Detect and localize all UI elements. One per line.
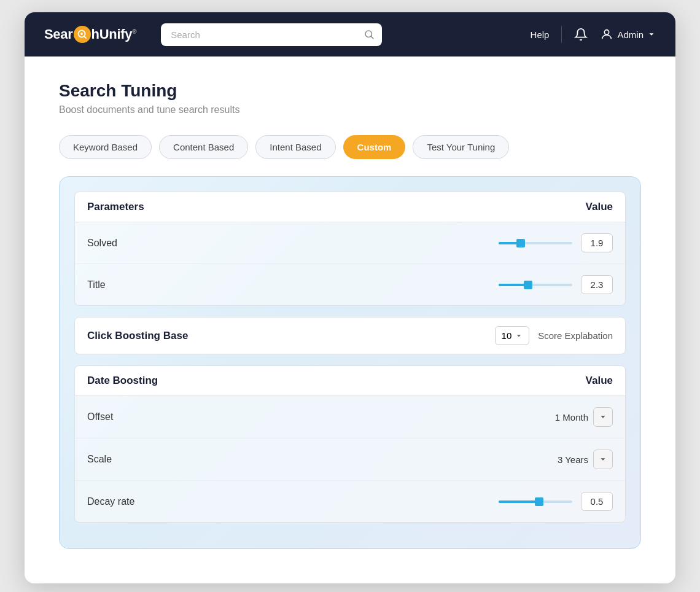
scale-chevron-icon bbox=[599, 455, 607, 464]
score-explanation-link[interactable]: Score Explabation bbox=[538, 330, 613, 341]
page-title: Search Tuning bbox=[59, 81, 641, 101]
svg-line-1 bbox=[84, 36, 86, 38]
date-boosting-header: Date Boosting Value bbox=[74, 365, 626, 396]
svg-line-4 bbox=[371, 36, 374, 39]
logo-icon bbox=[74, 26, 91, 43]
select-chevron-icon bbox=[515, 332, 523, 340]
svg-point-2 bbox=[80, 33, 83, 35]
offset-row: Offset 1 Month bbox=[75, 396, 625, 438]
solved-slider[interactable] bbox=[499, 237, 572, 249]
header-divider bbox=[561, 26, 562, 43]
offset-value: 1 Month bbox=[555, 412, 588, 423]
search-bar[interactable] bbox=[161, 23, 382, 46]
tabs-container: Keyword Based Content Based Intent Based… bbox=[59, 135, 641, 159]
main-content: Search Tuning Boost documents and tune s… bbox=[25, 56, 675, 583]
scale-control: 3 Years bbox=[558, 450, 613, 469]
offset-chevron-icon bbox=[599, 413, 607, 421]
decay-track bbox=[499, 500, 572, 503]
header-right: Help Admin bbox=[531, 26, 656, 43]
app-window: Sear hUnify® Help bbox=[25, 12, 675, 583]
logo-text-start: Sear bbox=[44, 26, 73, 42]
title-slider[interactable] bbox=[499, 279, 572, 291]
tab-test[interactable]: Test Your Tuning bbox=[413, 135, 509, 159]
title-track bbox=[499, 284, 572, 286]
click-boosting-label: Click Boosting Base bbox=[87, 330, 188, 342]
svg-point-5 bbox=[605, 30, 609, 34]
page-subtitle: Boost documents and tune search results bbox=[59, 104, 641, 115]
title-thumb[interactable] bbox=[524, 281, 532, 289]
click-boosting-section: Click Boosting Base 10 Score Explabation bbox=[74, 317, 626, 354]
date-boosting-title: Date Boosting bbox=[87, 375, 158, 387]
svg-point-3 bbox=[365, 31, 372, 37]
decay-thumb[interactable] bbox=[535, 497, 543, 506]
chevron-down-icon bbox=[647, 30, 656, 39]
decay-label: Decay rate bbox=[87, 496, 134, 507]
decay-value[interactable]: 0.5 bbox=[581, 492, 613, 511]
date-boosting-value-header: Value bbox=[586, 375, 613, 387]
solved-value[interactable]: 1.9 bbox=[581, 233, 613, 252]
search-button[interactable] bbox=[364, 29, 375, 40]
decay-control: 0.5 bbox=[499, 492, 613, 511]
parameters-section: Parameters Value Solved bbox=[74, 192, 626, 306]
click-boosting-select[interactable]: 10 bbox=[495, 326, 530, 345]
title-value[interactable]: 2.3 bbox=[581, 275, 613, 294]
decay-slider[interactable] bbox=[499, 496, 572, 508]
title-label: Title bbox=[87, 279, 106, 290]
offset-dropdown[interactable] bbox=[593, 407, 613, 427]
solved-row: Solved 1.9 bbox=[75, 222, 625, 264]
tab-custom[interactable]: Custom bbox=[343, 135, 406, 159]
decay-row: Decay rate 0.5 bbox=[75, 481, 625, 522]
date-boosting-section: Date Boosting Value Offset 1 Month bbox=[74, 365, 626, 523]
logo: Sear hUnify® bbox=[44, 26, 136, 43]
admin-label: Admin bbox=[617, 29, 644, 40]
decay-fill bbox=[499, 500, 539, 503]
parameters-body: Solved 1.9 Ti bbox=[74, 222, 626, 306]
header: Sear hUnify® Help bbox=[25, 12, 675, 56]
logo-text-end: hUnify® bbox=[91, 26, 137, 42]
tab-content[interactable]: Content Based bbox=[159, 135, 248, 159]
solved-label: Solved bbox=[87, 238, 117, 249]
bell-icon[interactable] bbox=[574, 28, 588, 41]
solved-thumb[interactable] bbox=[516, 239, 525, 247]
solved-control: 1.9 bbox=[499, 233, 613, 252]
search-input[interactable] bbox=[161, 23, 382, 46]
tab-intent[interactable]: Intent Based bbox=[255, 135, 335, 159]
date-boosting-body: Offset 1 Month Scale 3 Years bbox=[74, 396, 626, 523]
parameters-value-header: Value bbox=[586, 201, 613, 213]
offset-label: Offset bbox=[87, 411, 113, 423]
scale-dropdown[interactable] bbox=[593, 450, 613, 469]
help-link[interactable]: Help bbox=[531, 29, 550, 40]
parameters-title: Parameters bbox=[87, 201, 144, 213]
parameters-header: Parameters Value bbox=[74, 192, 626, 222]
scale-label: Scale bbox=[87, 454, 112, 465]
scale-value: 3 Years bbox=[558, 454, 588, 465]
title-control: 2.3 bbox=[499, 275, 613, 294]
solved-track bbox=[499, 242, 572, 244]
click-boosting-right: 10 Score Explabation bbox=[495, 326, 613, 345]
click-boosting-value: 10 bbox=[502, 330, 512, 341]
offset-control: 1 Month bbox=[555, 407, 613, 427]
tab-keyword[interactable]: Keyword Based bbox=[59, 135, 152, 159]
content-card: Parameters Value Solved bbox=[59, 176, 641, 549]
title-row: Title 2.3 bbox=[75, 264, 625, 305]
admin-button[interactable]: Admin bbox=[600, 28, 656, 41]
scale-row: Scale 3 Years bbox=[75, 438, 625, 481]
